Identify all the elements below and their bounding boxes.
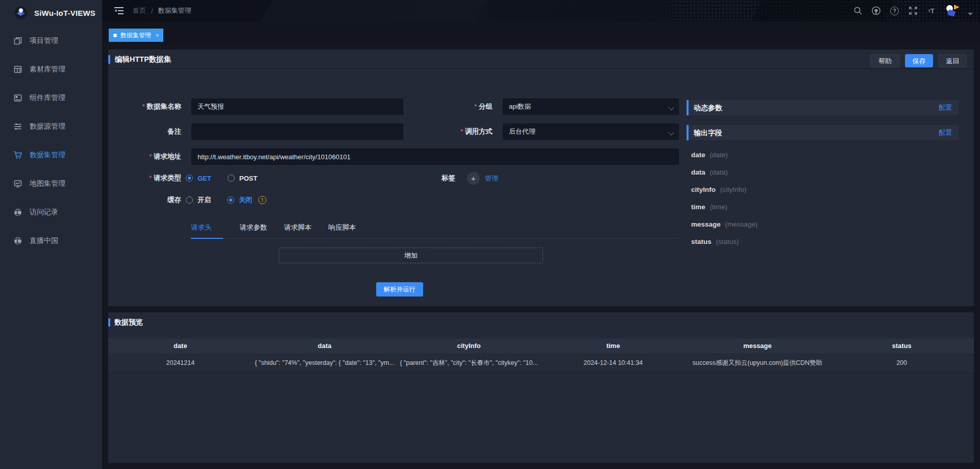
column-header: cityInfo [397,342,541,350]
radio-get[interactable] [186,175,193,182]
tab-dataset-management[interactable]: 数据集管理 × [109,29,163,42]
output-fields-list: date (date) data (data) cityInfo (cityIn… [687,146,959,251]
sidebar-menu: 项目管理 素材库管理 组件库管理 [0,27,102,255]
group-select-value: api数据 [509,103,531,110]
request-type-label: 请求类型 [108,173,181,183]
breadcrumb: 首页 / 数据集管理 [133,0,191,21]
request-url-input[interactable] [191,149,679,165]
breadcrumb-home[interactable]: 首页 [133,6,146,15]
group-label: 分组 [312,98,493,115]
column-header: data [253,342,397,350]
breadcrumb-current: 数据集管理 [158,6,191,15]
cell-date: 20241214 [108,359,253,366]
user-avatar[interactable] [945,4,959,18]
tab-label: 数据集管理 [120,31,151,40]
request-url-label: 请求地址 [108,149,181,165]
search-icon[interactable] [853,6,863,16]
top-header: 首页 / 数据集管理 ? тT [102,0,980,21]
data-preview-panel: 数据预览 date data cityInfo time message sta… [108,312,974,463]
add-tag-button[interactable]: + [467,172,480,185]
column-header: message [685,342,830,350]
mapset-icon [13,179,22,188]
sidebar-item-label: 直播中国 [30,236,58,245]
radio-cache-off-label[interactable]: 关闭 [239,195,252,205]
preview-table-header: date data cityInfo time message status [108,338,974,353]
output-fields-config-link[interactable]: 配置 [939,125,952,140]
add-header-button[interactable]: 增加 [279,248,543,263]
chevron-down-icon [668,105,674,110]
editor-header: 编辑HTTP数据集 帮助 保存 返回 [108,50,974,69]
tag-label: 标签 [394,173,455,183]
caret-down-icon[interactable] [968,13,973,15]
title-accent-bar [108,318,110,327]
output-fields-header: 输出字段 配置 [687,125,959,140]
invoke-mode-select-value: 后台代理 [509,128,535,135]
tab-request-params[interactable]: 请求参数 [240,220,267,238]
table-row: 20241214 { "shidu": "74%", "yesterday": … [108,353,974,373]
dynamic-params-header: 动态参数 配置 [687,100,959,115]
font-size-icon[interactable]: тT [926,6,936,16]
avatar-flag [954,5,960,10]
save-button[interactable]: 保存 [905,54,933,67]
sidebar-item-material[interactable]: 素材库管理 [0,55,102,84]
sidebar-item-live-china[interactable]: 直播中国 [0,227,102,255]
tab-response-script[interactable]: 响应脚本 [329,220,356,238]
sidebar-item-datasource[interactable]: 数据源管理 [0,112,102,141]
title-accent-bar [108,55,110,64]
sidebar-item-mapset[interactable]: 地图集管理 [0,169,102,198]
radio-post-label[interactable]: POST [239,175,257,182]
tab-request-headers[interactable]: 请求头 [191,220,223,239]
output-field-item: date (date) [687,146,959,164]
header-decor-shape [253,0,492,21]
help-button[interactable]: 帮助 [870,54,900,67]
collapse-menu-icon[interactable] [114,6,124,15]
radio-cache-off[interactable] [227,196,234,204]
back-button[interactable]: 返回 [939,54,967,67]
sidebar-item-visit-log[interactable]: 访问记录 [0,198,102,227]
output-field-item: cityInfo (cityInfo) [687,181,959,199]
request-tabs: 请求头 请求参数 请求脚本 响应脚本 [191,220,679,239]
help-icon[interactable]: ? [890,6,899,16]
radio-cache-on[interactable] [186,196,193,204]
radio-post[interactable] [228,175,235,182]
parse-and-run-button[interactable]: 解析并运行 [376,282,423,297]
request-type-radio-group: GET POST [186,173,257,183]
group-select[interactable]: api数据 [503,98,679,115]
avatar-body [947,9,956,17]
cell-data: { "shidu": "74%", "yesterday": { "date":… [253,359,397,366]
tab-request-script[interactable]: 请求脚本 [284,220,312,238]
fullscreen-icon[interactable] [908,6,918,16]
column-header: status [829,342,974,350]
sidebar-item-component[interactable]: 组件库管理 [0,84,102,112]
github-icon[interactable] [871,6,881,16]
dataset-name-label: 数据集名称 [108,98,181,115]
sidebar-item-label: 组件库管理 [30,93,65,103]
breadcrumb-separator: / [151,7,153,15]
output-field-item: data (data) [687,164,959,181]
sidebar-item-label: 项目管理 [30,36,58,45]
sidebar-item-label: 访问记录 [30,208,58,217]
cache-warning-icon: ! [258,196,266,204]
sidebar-item-dataset[interactable]: 数据集管理 [0,141,102,169]
component-icon [13,93,22,103]
radio-cache-on-label[interactable]: 开启 [198,195,211,205]
sidebar-item-label: 数据源管理 [30,122,65,131]
tab-close-icon[interactable]: × [156,32,159,38]
output-field-item: time (time) [687,199,959,216]
dynamic-params-title: 动态参数 [694,100,722,115]
sidebar-item-project[interactable]: 项目管理 [0,27,102,55]
cell-cityinfo: { "parent": "吉林", "city": "长春市", "cityke… [397,359,541,367]
cell-time: 2024-12-14 10:41:34 [541,359,685,366]
dynamic-params-config-link[interactable]: 配置 [939,100,952,115]
manage-tags-link[interactable]: 管理 [485,174,498,183]
sidebar-item-label: 素材库管理 [30,65,65,74]
cell-message: success感谢又拍云(upyun.com)提供CDN赞助 [685,359,830,367]
sidebar-item-label: 地图集管理 [30,179,65,188]
radio-get-label[interactable]: GET [198,175,211,182]
output-field-item: status (status) [687,233,959,251]
cell-status: 200 [829,359,974,366]
tab-active-dot [113,34,117,37]
app-logo-icon [14,6,28,19]
column-header: date [108,342,253,350]
invoke-mode-select[interactable]: 后台代理 [503,124,679,140]
